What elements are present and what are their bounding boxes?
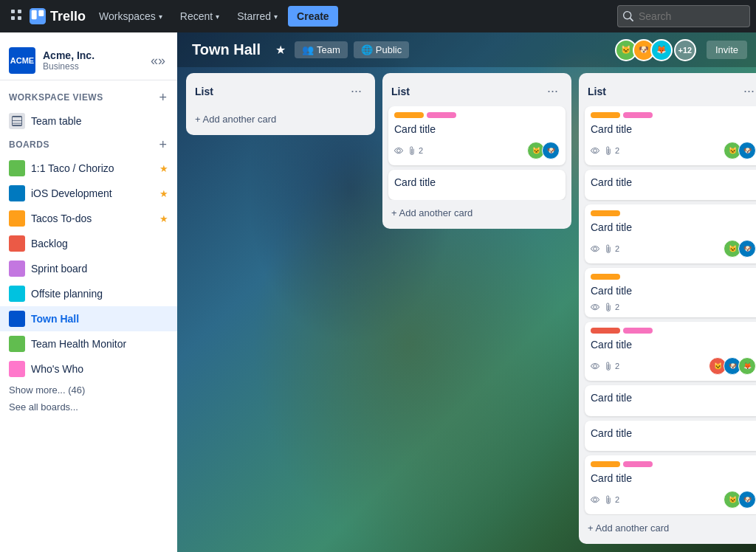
add-card-button[interactable]: + Add another card	[582, 518, 756, 538]
sidebar-item-town-hall[interactable]: Town Hall	[0, 306, 177, 331]
workspace-name: Acme, Inc.	[43, 49, 140, 61]
board-color-icon	[9, 210, 25, 227]
search-wrap	[617, 5, 750, 27]
list-menu-button[interactable]: ···	[739, 82, 756, 100]
create-button[interactable]: Create	[288, 6, 338, 27]
card-footer: 2 🐱🐶	[591, 240, 756, 258]
board-area: Town Hall ★ 👥 Team 🌐 Public 🐱🐶🦊 +12 Invi…	[177, 32, 756, 552]
board-title[interactable]: Town Hall	[186, 38, 267, 61]
card-title: Card title	[394, 176, 560, 190]
svg-rect-5	[32, 10, 37, 19]
card-labels	[591, 274, 756, 280]
clip-count: 2	[615, 495, 619, 504]
board-name: iOS Development	[31, 187, 112, 199]
eye-icon	[591, 303, 599, 311]
clip-count: 2	[615, 303, 619, 311]
sidebar-collapse-button[interactable]: «»	[148, 50, 168, 72]
starred-menu[interactable]: Starred ▾	[230, 6, 285, 27]
recent-menu[interactable]: Recent ▾	[173, 6, 227, 27]
sidebar-item-1-1-taco---chorizo[interactable]: 1:1 Taco / Chorizo ★	[0, 156, 177, 181]
show-more-link[interactable]: Show more... (46)	[0, 382, 177, 399]
list-menu-button[interactable]: ···	[543, 82, 563, 100]
paperclip-icon	[604, 495, 613, 504]
trello-logo[interactable]: Trello	[30, 8, 86, 24]
card-badge-eye	[591, 146, 599, 155]
paperclip-icon	[604, 244, 613, 253]
card-badge-clip: 2	[604, 146, 619, 155]
see-all-boards-link[interactable]: See all boards...	[0, 399, 177, 415]
board-name: Team Health Monitor	[31, 338, 126, 350]
card-avatar: 🐶	[738, 240, 756, 258]
sidebar-item-tacos-to-dos[interactable]: Tacos To-dos ★	[0, 206, 177, 231]
card-labels	[591, 210, 756, 216]
eye-icon	[591, 244, 599, 253]
sidebar-item-sprint-board[interactable]: Sprint board	[0, 256, 177, 281]
sidebar: ACME Acme, Inc. Business «» Workspace vi…	[0, 32, 177, 552]
add-card-button[interactable]: + Add another card	[385, 203, 568, 223]
card-avatars: 🐱🐶	[724, 240, 756, 258]
card[interactable]: Card title 2	[585, 268, 756, 318]
card[interactable]: Card title 2 🐱🐶	[388, 106, 566, 165]
card-labels	[394, 112, 560, 118]
card-avatars: 🐱🐶	[724, 491, 756, 508]
paperclip-icon	[604, 362, 613, 370]
list-header: List ···	[189, 79, 372, 103]
add-board-button[interactable]: +	[157, 138, 168, 151]
star-icon: ★	[159, 188, 168, 199]
card-badge-clip: 2	[604, 303, 619, 311]
card-title: Card title	[394, 123, 560, 137]
board-name: Who's Who	[31, 363, 83, 375]
board-star-button[interactable]: ★	[272, 40, 289, 60]
board-header: Town Hall ★ 👥 Team 🌐 Public 🐱🐶🦊 +12 Invi…	[177, 32, 756, 67]
card[interactable]: Card title	[585, 421, 756, 452]
card[interactable]: Card title	[388, 170, 566, 201]
list-menu-button[interactable]: ···	[346, 82, 366, 100]
boards-section-header: Boards +	[0, 134, 177, 156]
card-label	[591, 328, 620, 334]
clip-count: 2	[615, 244, 619, 253]
board-visibility-team[interactable]: 👥 Team	[295, 41, 348, 58]
card[interactable]: Card title 2 🐱🐶	[585, 455, 756, 514]
card-title: Card title	[591, 284, 756, 299]
grid-icon[interactable]	[6, 6, 27, 27]
clip-count: 2	[615, 362, 619, 370]
board-visibility-public[interactable]: 🌐 Public	[354, 41, 409, 58]
list-2: List ··· Card title 2 🐱🐶 Card title Card…	[579, 73, 756, 544]
card-title: Card title	[591, 123, 756, 137]
sidebar-item-ios-development[interactable]: iOS Development ★	[0, 181, 177, 206]
sidebar-item-backlog[interactable]: Backlog	[0, 231, 177, 256]
add-card-button[interactable]: + Add another card	[189, 109, 372, 129]
card-badge-eye	[591, 362, 599, 370]
card-label	[591, 112, 620, 118]
card-footer: 2 🐱🐶	[394, 142, 560, 159]
card[interactable]: Card title	[585, 170, 756, 201]
workspaces-menu[interactable]: Workspaces ▾	[92, 6, 170, 27]
sidebar-item-team-health-monitor[interactable]: Team Health Monitor	[0, 331, 177, 356]
chevron-down-icon: ▾	[274, 13, 278, 21]
board-avatar-group: 🐱🐶🦊	[615, 39, 673, 61]
card-title: Card title	[591, 221, 756, 235]
card[interactable]: Card title 2 🐱🐶	[585, 204, 756, 263]
clip-count: 2	[419, 146, 423, 155]
sidebar-item-who-s-who[interactable]: Who's Who	[0, 356, 177, 382]
add-view-button[interactable]: +	[157, 91, 168, 104]
list-title: List	[195, 86, 346, 97]
eye-icon	[591, 146, 599, 155]
card-badge-clip: 2	[408, 146, 423, 155]
list-title: List	[391, 86, 543, 97]
trello-text: Trello	[50, 9, 86, 24]
card-title: Card title	[591, 472, 756, 486]
card-title: Card title	[591, 176, 756, 190]
card[interactable]: Card title 2 🐱🐶🦊	[585, 322, 756, 381]
invite-button[interactable]: Invite	[707, 41, 747, 59]
search-input[interactable]	[617, 5, 750, 27]
team-table-label: Team table	[31, 115, 81, 127]
sidebar-item-team-table[interactable]: Team table	[0, 108, 177, 134]
card-avatar: 🐶	[738, 142, 756, 159]
sidebar-item-offsite-planning[interactable]: Offsite planning	[0, 281, 177, 306]
card[interactable]: Card title 2 🐱🐶	[585, 106, 756, 165]
workspace-type: Business	[43, 61, 140, 72]
card-label	[591, 274, 620, 280]
board-color-icon	[9, 235, 25, 252]
card[interactable]: Card title	[585, 385, 756, 416]
